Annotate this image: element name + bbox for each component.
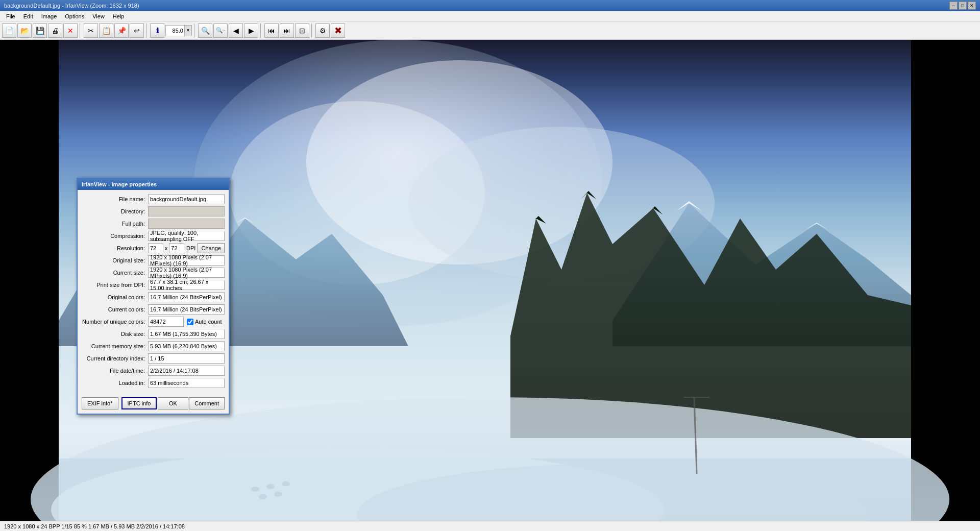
svg-point-24 <box>274 492 282 497</box>
zoom-in-button[interactable]: 🔍 <box>198 23 212 38</box>
file-name-value[interactable]: backgroundDefault.jpg <box>148 194 225 204</box>
print-button[interactable]: 🖨 <box>48 23 62 38</box>
full-path-value <box>148 219 225 229</box>
prev-button[interactable]: ◀ <box>229 23 243 38</box>
close-button[interactable]: ✕ <box>968 2 976 10</box>
menu-options[interactable]: Options <box>61 12 88 20</box>
image-viewer: IrfanView - Image properties File name: … <box>0 40 980 528</box>
zoom-box[interactable]: ▼ <box>165 25 192 36</box>
cut-button[interactable]: ✂ <box>84 23 98 38</box>
resolution-dpi1[interactable]: 72 <box>148 243 163 253</box>
unique-colors-label: Number of unique colors: <box>82 319 148 325</box>
exif-info-button[interactable]: EXIF info* <box>82 397 118 409</box>
memory-size-label: Current memory size: <box>82 343 148 349</box>
copy-button[interactable]: 📋 <box>99 23 113 38</box>
zoom-dropdown[interactable]: ▼ <box>184 26 191 36</box>
title-bar-controls: ─ □ ✕ <box>949 2 976 10</box>
toolbar-separator-5 <box>311 23 313 38</box>
iptc-info-button[interactable]: IPTC info <box>121 397 157 409</box>
unique-colors-value[interactable]: 48472 <box>148 317 184 327</box>
svg-rect-1 <box>0 40 59 528</box>
menu-view[interactable]: View <box>88 12 109 20</box>
full-path-label: Full path: <box>82 221 148 227</box>
resolution-dpi2[interactable]: 72 <box>169 243 184 253</box>
loaded-in-label: Loaded in: <box>82 380 148 386</box>
current-size-value: 1920 x 1080 Pixels (2.07 MPixels) (16:9) <box>148 268 225 278</box>
print-size-value: 67.7 x 38.1 cm; 26.67 x 15.00 inches <box>148 280 225 290</box>
save-button[interactable]: 💾 <box>33 23 47 38</box>
svg-point-21 <box>251 487 259 492</box>
resolution-row: Resolution: 72 x 72 DPI Change <box>82 243 225 253</box>
original-size-label: Original size: <box>82 257 148 263</box>
current-colors-label: Current colors: <box>82 306 148 312</box>
paste-button[interactable]: 📌 <box>114 23 129 38</box>
directory-row: Directory: <box>82 206 225 216</box>
current-colors-value: 16,7 Million (24 BitsPerPixel) <box>148 304 225 315</box>
auto-count-check[interactable] <box>187 319 193 325</box>
options-button[interactable]: ⚙ <box>315 23 330 38</box>
loaded-in-value: 63 milliseconds <box>148 378 225 388</box>
resolution-change-button[interactable]: Change <box>198 243 225 253</box>
maximize-button[interactable]: □ <box>959 2 967 10</box>
toolbar-separator-2 <box>146 23 148 38</box>
title-bar: backgroundDefault.jpg - IrfanView (Zoom:… <box>0 0 980 11</box>
dialog-content: File name: backgroundDefault.jpg Directo… <box>78 190 229 394</box>
auto-count-checkbox[interactable]: Auto count <box>187 319 222 325</box>
unique-colors-row: Number of unique colors: 48472 Auto coun… <box>82 317 225 327</box>
menu-bar: File Edit Image Options View Help <box>0 11 980 21</box>
current-size-label: Current size: <box>82 270 148 276</box>
open-button[interactable]: 📂 <box>17 23 32 38</box>
menu-file[interactable]: File <box>2 12 19 20</box>
file-date-label: File date/time: <box>82 368 148 374</box>
resolution-x-separator: x <box>165 245 168 251</box>
exit-button[interactable]: ✖ <box>331 23 345 38</box>
dialog-title: IrfanView - Image properties <box>78 179 229 190</box>
toolbar: 📄 📂 💾 🖨 ✕ ✂ 📋 📌 ↩ ℹ ▼ 🔍 🔍- ◀ ▶ ⏮ ⏭ ⊡ ⚙ ✖ <box>0 21 980 40</box>
menu-edit[interactable]: Edit <box>19 12 37 20</box>
file-date-row: File date/time: 2/2/2016 / 14:17:08 <box>82 366 225 376</box>
zoom-out-button[interactable]: 🔍- <box>213 23 228 38</box>
directory-index-row: Current directory index: 1 / 15 <box>82 353 225 364</box>
zoom-input[interactable] <box>166 26 184 36</box>
menu-image[interactable]: Image <box>37 12 61 20</box>
dialog-left-buttons: EXIF info* IPTC info <box>82 397 157 409</box>
directory-label: Directory: <box>82 208 148 214</box>
dialog-buttons: EXIF info* IPTC info OK Comment <box>78 394 229 414</box>
info-button[interactable]: ℹ <box>150 23 164 38</box>
fit-button[interactable]: ⊡ <box>295 23 309 38</box>
file-date-value: 2/2/2016 / 14:17:08 <box>148 366 225 376</box>
disk-size-label: Disk size: <box>82 331 148 337</box>
original-colors-label: Original colors: <box>82 294 148 300</box>
minimize-button[interactable]: ─ <box>949 2 958 10</box>
status-text: 1920 x 1080 x 24 BPP 1/15 85 % 1.67 MB /… <box>4 523 185 529</box>
delete-button[interactable]: ✕ <box>63 23 78 38</box>
compression-label: Compression: <box>82 233 148 239</box>
undo-button[interactable]: ↩ <box>130 23 144 38</box>
resolution-label: Resolution: <box>82 245 148 251</box>
menu-help[interactable]: Help <box>109 12 129 20</box>
next-button[interactable]: ▶ <box>244 23 258 38</box>
memory-size-value: 5.93 MB (6,220,840 Bytes) <box>148 341 225 351</box>
directory-index-value: 1 / 15 <box>148 353 225 364</box>
comment-button[interactable]: Comment <box>189 397 225 409</box>
svg-point-23 <box>266 484 275 489</box>
print-size-row: Print size from DPI: 67.7 x 38.1 cm; 26.… <box>82 280 225 290</box>
svg-point-22 <box>259 494 267 499</box>
file-name-row: File name: backgroundDefault.jpg <box>82 194 225 204</box>
new-button[interactable]: 📄 <box>2 23 16 38</box>
full-path-row: Full path: <box>82 219 225 229</box>
directory-index-label: Current directory index: <box>82 355 148 361</box>
status-bar: 1920 x 1080 x 24 BPP 1/15 85 % 1.67 MB /… <box>0 521 980 531</box>
toolbar-separator-3 <box>194 23 196 38</box>
print-size-label: Print size from DPI: <box>82 282 148 288</box>
image-properties-dialog: IrfanView - Image properties File name: … <box>77 178 230 415</box>
compression-row: Compression: JPEG, quality: 100, subsamp… <box>82 231 225 241</box>
loaded-in-row: Loaded in: 63 milliseconds <box>82 378 225 388</box>
first-button[interactable]: ⏮ <box>264 23 279 38</box>
last-button[interactable]: ⏭ <box>280 23 294 38</box>
toolbar-separator-4 <box>260 23 262 38</box>
current-size-row: Current size: 1920 x 1080 Pixels (2.07 M… <box>82 268 225 278</box>
disk-size-value: 1.67 MB (1,755,390 Bytes) <box>148 329 225 339</box>
file-name-label: File name: <box>82 196 148 202</box>
ok-button[interactable]: OK <box>158 397 188 409</box>
